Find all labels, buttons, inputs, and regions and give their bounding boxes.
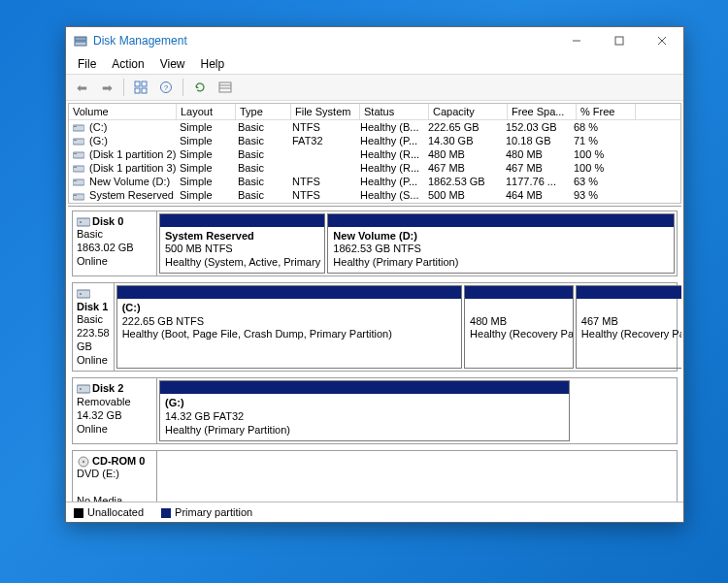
partition[interactable]: New Volume (D:)1862.53 GB NTFSHealthy (P… — [327, 213, 675, 274]
cell-pct: 63 % — [570, 175, 628, 188]
col-filesystem[interactable]: File System — [291, 104, 360, 119]
arrow-right-icon: ➡ — [102, 81, 113, 95]
views-button[interactable] — [129, 76, 152, 99]
cell-free: 467 MB — [502, 161, 570, 175]
legend: Unallocated Primary partition — [66, 502, 683, 522]
cell-capacity: 467 MB — [424, 161, 502, 175]
partition[interactable]: (G:)14.32 GB FAT32Healthy (Primary Parti… — [159, 380, 570, 440]
svg-rect-20 — [74, 153, 77, 154]
cell-status: Healthy (P... — [356, 175, 424, 188]
disk-row[interactable]: Disk 0Basic1863.02 GBOnlineSystem Reserv… — [72, 211, 678, 276]
svg-point-32 — [80, 388, 82, 390]
cell-pct: 100 % — [570, 147, 628, 161]
cell-status: Healthy (R... — [356, 147, 424, 161]
swatch-unallocated-icon — [74, 508, 83, 518]
cell-volume: (G:) — [69, 134, 176, 147]
refresh-button[interactable] — [188, 76, 212, 99]
minimize-button[interactable] — [555, 27, 598, 54]
svg-rect-29 — [77, 290, 90, 298]
cell-free: 480 MB — [502, 147, 570, 161]
cell-capacity: 500 MB — [424, 188, 502, 202]
volume-row[interactable]: (G:)SimpleBasicFAT32Healthy (P...14.30 G… — [69, 134, 680, 147]
volume-row[interactable]: (Disk 1 partition 2)SimpleBasicHealthy (… — [69, 147, 680, 161]
cell-fs — [288, 161, 356, 175]
svg-rect-6 — [135, 81, 140, 86]
svg-rect-26 — [74, 195, 77, 196]
refresh-icon — [193, 81, 207, 94]
cell-volume: System Reserved — [69, 188, 176, 202]
disk-row[interactable]: Disk 2Removable14.32 GBOnline (G:)14.32 … — [72, 377, 678, 443]
cell-type: Basic — [234, 188, 288, 202]
cell-volume: New Volume (D:) — [69, 175, 176, 188]
disk-info: Disk 0Basic1863.02 GBOnline — [73, 211, 157, 275]
col-free[interactable]: Free Spa... — [508, 104, 577, 119]
cell-type: Basic — [234, 147, 288, 161]
svg-rect-8 — [135, 88, 140, 93]
nav-back-button[interactable]: ⬅ — [70, 76, 93, 99]
cell-pct: 93 % — [570, 188, 628, 202]
help-icon: ? — [159, 81, 173, 94]
menu-view[interactable]: View — [154, 56, 191, 72]
volume-row[interactable]: (Disk 1 partition 3)SimpleBasicHealthy (… — [69, 161, 680, 175]
cell-capacity: 222.65 GB — [424, 120, 502, 134]
svg-rect-12 — [219, 82, 231, 92]
grid-icon — [134, 81, 148, 94]
volume-list-header[interactable]: Volume Layout Type File System Status Ca… — [69, 104, 680, 120]
menu-action[interactable]: Action — [106, 56, 149, 72]
partition[interactable]: System Reserved500 MB NTFSHealthy (Syste… — [159, 213, 325, 274]
cell-type: Basic — [234, 134, 288, 147]
volume-list: Volume Layout Type File System Status Ca… — [68, 103, 681, 204]
col-type[interactable]: Type — [236, 104, 291, 119]
partition-body: (C:)222.65 GB NTFSHealthy (Boot, Page Fi… — [117, 299, 461, 344]
cell-status: Healthy (B... — [356, 120, 424, 134]
volume-row[interactable]: System ReservedSimpleBasicNTFSHealthy (S… — [69, 188, 680, 202]
close-button[interactable] — [641, 27, 683, 54]
col-pctfree[interactable]: % Free — [577, 104, 636, 119]
col-capacity[interactable]: Capacity — [429, 104, 508, 119]
svg-rect-19 — [73, 152, 84, 158]
titlebar[interactable]: Disk Management — [66, 27, 683, 54]
list-button[interactable] — [214, 76, 237, 99]
disk-partitions: System Reserved500 MB NTFSHealthy (Syste… — [157, 211, 677, 275]
help-button[interactable]: ? — [154, 76, 178, 99]
cell-capacity: 1862.53 GB — [424, 175, 502, 188]
partition-body: 467 MBHealthy (Recovery Partition — [577, 299, 681, 344]
maximize-button[interactable] — [598, 27, 641, 54]
nav-forward-button[interactable]: ➡ — [95, 76, 118, 99]
partition[interactable]: 467 MBHealthy (Recovery Partition — [576, 285, 681, 370]
disk-row[interactable]: Disk 1Basic223.58 GBOnline (C:)222.65 GB… — [72, 282, 678, 372]
volume-row[interactable]: (C:)SimpleBasicNTFSHealthy (B...222.65 G… — [69, 120, 680, 134]
col-layout[interactable]: Layout — [177, 104, 236, 119]
partition-stripe — [328, 214, 674, 227]
partition-stripe — [160, 381, 569, 394]
partition[interactable]: (C:)222.65 GB NTFSHealthy (Boot, Page Fi… — [116, 285, 462, 370]
disk-row[interactable]: CD-ROM 0DVD (E:)No Media — [72, 450, 678, 502]
svg-rect-17 — [73, 139, 84, 145]
menu-file[interactable]: File — [72, 56, 102, 72]
cell-free: 152.03 GB — [502, 120, 570, 134]
partition-body: 480 MBHealthy (Recovery Partition — [465, 299, 573, 344]
cell-type: Basic — [234, 175, 288, 188]
svg-point-30 — [80, 293, 82, 295]
legend-unallocated: Unallocated — [74, 506, 144, 518]
col-volume[interactable]: Volume — [69, 104, 177, 119]
svg-rect-21 — [73, 166, 84, 172]
partition[interactable]: 480 MBHealthy (Recovery Partition — [464, 285, 574, 370]
arrow-left-icon: ⬅ — [77, 81, 87, 95]
svg-rect-27 — [77, 218, 90, 226]
legend-primary: Primary partition — [161, 506, 252, 518]
cell-type: Basic — [234, 161, 288, 175]
volume-row[interactable]: New Volume (D:)SimpleBasicNTFSHealthy (P… — [69, 175, 680, 188]
partition-stripe — [465, 286, 573, 299]
cell-layout: Simple — [176, 175, 234, 188]
svg-rect-16 — [74, 126, 77, 127]
menu-help[interactable]: Help — [195, 56, 231, 72]
svg-text:?: ? — [164, 83, 169, 92]
disk-partitions: (C:)222.65 GB NTFSHealthy (Boot, Page Fi… — [115, 283, 681, 372]
graphical-view[interactable]: Disk 0Basic1863.02 GBOnlineSystem Reserv… — [68, 206, 681, 502]
cell-status: Healthy (P... — [356, 134, 424, 147]
svg-rect-25 — [73, 194, 84, 200]
col-status[interactable]: Status — [360, 104, 429, 119]
svg-rect-3 — [615, 37, 623, 45]
partition-stripe — [577, 286, 681, 299]
